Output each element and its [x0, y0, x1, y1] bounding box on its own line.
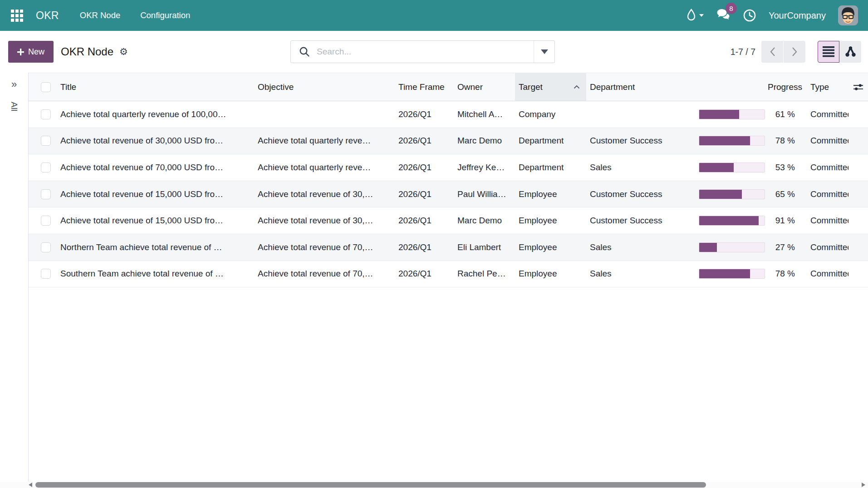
cell-progress[interactable]: 91 %	[699, 216, 803, 226]
search-options-toggle[interactable]	[534, 41, 554, 63]
cell-type[interactable]: Committed	[803, 269, 848, 279]
cell-time-frame[interactable]: 2026/Q1	[395, 163, 454, 173]
cell-target[interactable]: Employee	[515, 242, 586, 252]
row-checkbox[interactable]	[41, 269, 51, 279]
search-input[interactable]	[310, 47, 534, 57]
debug-menu[interactable]	[687, 9, 704, 23]
cell-department[interactable]: Customer Success	[586, 136, 699, 146]
column-header-target[interactable]: Target	[515, 73, 586, 101]
cell-progress[interactable]: 65 %	[699, 189, 803, 199]
messages-button[interactable]: 8	[716, 8, 731, 23]
cell-time-frame[interactable]: 2026/Q1	[395, 109, 454, 119]
cell-progress[interactable]: 78 %	[699, 136, 803, 146]
table-row[interactable]: Achieve total revenue of 15,000 USD fro……	[29, 181, 868, 208]
gear-icon[interactable]: ⚙	[119, 46, 128, 57]
cell-type[interactable]: Committed	[803, 163, 848, 173]
column-header-objective[interactable]: Objective	[254, 73, 395, 101]
select-all-checkbox[interactable]	[41, 82, 51, 92]
pager-next-button[interactable]	[784, 41, 805, 63]
cell-department[interactable]: Sales	[586, 242, 699, 252]
cell-time-frame[interactable]: 2026/Q1	[395, 269, 454, 279]
cell-target[interactable]: Company	[515, 109, 586, 119]
cell-title[interactable]: Achieve total revenue of 30,000 USD fro…	[57, 136, 254, 146]
scroll-right-arrow-icon[interactable]	[862, 483, 865, 487]
cell-target[interactable]: Employee	[515, 189, 586, 199]
user-avatar[interactable]	[838, 5, 858, 25]
cell-time-frame[interactable]: 2026/Q1	[395, 189, 454, 199]
cell-type[interactable]: Committed	[803, 216, 848, 226]
cell-objective[interactable]: Achieve total revenue of 70,…	[254, 242, 395, 252]
cell-department[interactable]: Sales	[586, 269, 699, 279]
menu-configuration[interactable]: Configuration	[130, 0, 200, 31]
row-checkbox[interactable]	[41, 242, 51, 252]
activity-clock-icon[interactable]	[743, 9, 756, 22]
pager-previous-button[interactable]	[761, 41, 783, 63]
cell-title[interactable]: Achieve total revenue of 15,000 USD fro…	[57, 216, 254, 226]
cell-time-frame[interactable]: 2026/Q1	[395, 216, 454, 226]
cell-owner[interactable]: Marc Demo	[454, 216, 515, 226]
sidebar-expand-icon[interactable]: »	[0, 79, 28, 90]
table-row[interactable]: Achieve total revenue of 70,000 USD fro……	[29, 154, 868, 181]
cell-owner[interactable]: Rachel Pe…	[454, 269, 515, 279]
cell-progress[interactable]: 78 %	[699, 269, 803, 279]
sidebar-filter-all[interactable]: All	[9, 102, 19, 111]
app-brand[interactable]: OKR	[36, 10, 59, 22]
column-header-type[interactable]: Type	[803, 73, 848, 101]
cell-title[interactable]: Achieve total quarterly revenue of 100,0…	[57, 109, 254, 119]
company-name[interactable]: YourCompany	[769, 10, 826, 21]
scrollbar-thumb[interactable]	[35, 482, 706, 488]
cell-owner[interactable]: Jeffrey Ke…	[454, 163, 515, 173]
table-row[interactable]: Northern Team achieve total revenue of ……	[29, 234, 868, 261]
row-checkbox[interactable]	[41, 163, 51, 173]
new-button[interactable]: New	[8, 41, 54, 63]
cell-title[interactable]: Achieve total revenue of 70,000 USD fro…	[57, 163, 254, 173]
cell-type[interactable]: Committed	[803, 136, 848, 146]
cell-type[interactable]: Committed	[803, 189, 848, 199]
column-header-title[interactable]: Title	[57, 73, 254, 101]
list-view-button[interactable]	[818, 41, 839, 63]
cell-type[interactable]: Committed	[803, 242, 848, 252]
horizontal-scrollbar[interactable]	[0, 482, 868, 488]
row-checkbox[interactable]	[41, 109, 51, 119]
column-header-time-frame[interactable]: Time Frame	[395, 73, 454, 101]
cell-progress[interactable]: 61 %	[699, 109, 803, 119]
cell-type[interactable]: Committed	[803, 109, 848, 119]
cell-owner[interactable]: Paul Willia…	[454, 189, 515, 199]
row-checkbox[interactable]	[41, 189, 51, 199]
row-checkbox[interactable]	[41, 136, 51, 146]
cell-title[interactable]: Southern Team achieve total revenue of …	[57, 269, 254, 279]
cell-department[interactable]: Customer Success	[586, 216, 699, 226]
menu-okr-node[interactable]: OKR Node	[70, 0, 130, 31]
cell-objective[interactable]: Achieve total quarterly reve…	[254, 163, 395, 173]
table-row[interactable]: Southern Team achieve total revenue of ……	[29, 261, 868, 288]
cell-objective[interactable]: Achieve total revenue of 30,…	[254, 216, 395, 226]
cell-time-frame[interactable]: 2026/Q1	[395, 242, 454, 252]
column-header-owner[interactable]: Owner	[454, 73, 515, 101]
cell-time-frame[interactable]: 2026/Q1	[395, 136, 454, 146]
cell-objective[interactable]: Achieve total quarterly reve…	[254, 136, 395, 146]
cell-owner[interactable]: Marc Demo	[454, 136, 515, 146]
cell-target[interactable]: Employee	[515, 269, 586, 279]
row-checkbox[interactable]	[41, 216, 51, 226]
cell-title[interactable]: Northern Team achieve total revenue of …	[57, 242, 254, 252]
apps-grid-icon[interactable]	[11, 10, 23, 22]
column-header-department[interactable]: Department	[586, 73, 699, 101]
column-header-progress[interactable]: Progress	[699, 73, 803, 101]
scroll-left-arrow-icon[interactable]	[29, 483, 32, 487]
cell-department[interactable]: Customer Success	[586, 189, 699, 199]
table-row[interactable]: Achieve total revenue of 30,000 USD fro……	[29, 128, 868, 155]
cell-department[interactable]: Sales	[586, 163, 699, 173]
cell-progress[interactable]: 53 %	[699, 163, 803, 173]
cell-owner[interactable]: Mitchell A…	[454, 109, 515, 119]
table-row[interactable]: Achieve total revenue of 15,000 USD fro……	[29, 207, 868, 234]
cell-owner[interactable]: Eli Lambert	[454, 242, 515, 252]
cell-progress[interactable]: 27 %	[699, 242, 803, 252]
cell-target[interactable]: Department	[515, 163, 586, 173]
cell-target[interactable]: Employee	[515, 216, 586, 226]
cell-objective[interactable]: Achieve total revenue of 30,…	[254, 189, 395, 199]
hierarchy-view-button[interactable]	[839, 41, 861, 63]
cell-objective[interactable]: Achieve total revenue of 70,…	[254, 269, 395, 279]
optional-columns-button[interactable]	[848, 73, 868, 101]
cell-title[interactable]: Achieve total revenue of 15,000 USD fro…	[57, 189, 254, 199]
cell-target[interactable]: Department	[515, 136, 586, 146]
